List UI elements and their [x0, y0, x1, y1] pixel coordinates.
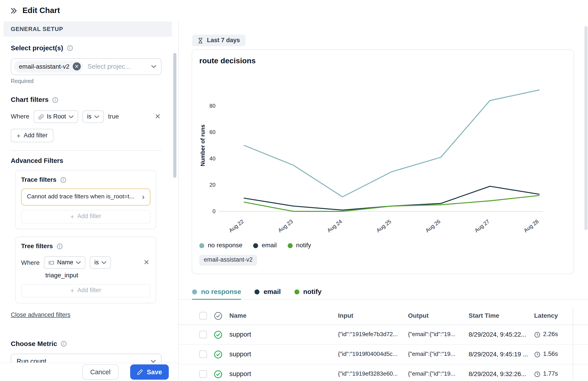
tree-add-filter-button[interactable]: + Add filter [21, 284, 150, 297]
filter-operator-dropdown[interactable]: is [83, 110, 104, 123]
save-button[interactable]: Save [130, 364, 169, 380]
tree-filters-card: Tree filters Where Name [15, 236, 156, 303]
add-filter-label: Add filter [24, 132, 48, 139]
advanced-filters-title: Advanced Filters [11, 157, 162, 165]
plus-icon: + [70, 213, 74, 220]
column-header-latency[interactable]: Latency [534, 312, 573, 320]
chart-preview-panel: Last 7 days route decisions 020406080Num… [179, 21, 588, 381]
tree-operator-value: is [94, 259, 99, 267]
clock-icon [534, 371, 540, 377]
svg-text:0: 0 [212, 209, 215, 214]
filter-operator-value: is [87, 113, 92, 121]
cancel-button[interactable]: Cancel [82, 364, 119, 380]
table-row[interactable]: support {"id":"1919efe7b3d72... {"email"… [179, 325, 588, 345]
legend-item[interactable]: no response [199, 242, 242, 250]
trace-filters-warning[interactable]: Cannot add trace filters when is_root=t.… [21, 189, 150, 206]
legend-item[interactable]: notify [288, 242, 311, 250]
row-checkbox[interactable] [199, 370, 207, 378]
legend-label: no response [208, 242, 242, 250]
sidebar-scrollbar[interactable] [173, 53, 176, 178]
clock-icon [534, 331, 540, 338]
svg-text:Aug 23: Aug 23 [277, 218, 294, 233]
column-divider [573, 325, 588, 344]
where-label: Where [11, 113, 29, 121]
svg-text:Aug 26: Aug 26 [424, 218, 442, 233]
svg-text:40: 40 [210, 155, 215, 162]
page-scrollbar[interactable] [584, 26, 588, 230]
chevron-down-icon [76, 261, 81, 264]
plus-icon: + [70, 287, 74, 294]
trace-add-filter-button[interactable]: + Add filter [21, 210, 150, 223]
metric-select[interactable]: Run count [11, 353, 162, 363]
tree-field-dropdown[interactable]: Name [44, 256, 85, 269]
info-icon[interactable] [67, 45, 73, 51]
tab-dot [254, 289, 259, 294]
choose-metric-label-row: Choose Metric [11, 340, 162, 348]
svg-text:80: 80 [210, 103, 215, 109]
project-select-placeholder: Select projec... [87, 62, 147, 70]
run-name[interactable]: support [229, 370, 338, 378]
tab-no-response[interactable]: no response [192, 285, 241, 300]
collapse-drawer-icon[interactable] [9, 7, 18, 15]
tree-operator-dropdown[interactable]: is [90, 256, 111, 269]
select-projects-label-row: Select project(s) [11, 44, 162, 53]
run-name[interactable]: support [229, 331, 338, 339]
remove-filter-icon[interactable]: ✕ [143, 259, 150, 266]
select-all-checkbox[interactable] [199, 312, 207, 319]
tree-filters-label-row: Tree filters [21, 242, 150, 250]
tree-filters-label: Tree filters [21, 242, 53, 250]
trace-filters-card: Trace filters Cannot add trace filters w… [15, 170, 156, 229]
chevron-down-icon [151, 65, 156, 68]
filter-field-dropdown[interactable]: Is Root [34, 110, 78, 123]
tab-email[interactable]: email [254, 285, 281, 299]
time-range-button[interactable]: Last 7 days [192, 35, 245, 46]
chart-filters-label-row: Chart filters [11, 96, 162, 104]
info-icon[interactable] [52, 97, 58, 103]
trace-add-filter-label: Add filter [77, 213, 101, 221]
tab-notify[interactable]: notify [294, 285, 322, 299]
runs-table: Name Input Output Start Time Latency sup… [179, 307, 588, 381]
info-icon[interactable] [61, 341, 67, 347]
svg-text:Aug 25: Aug 25 [375, 218, 393, 233]
chart-config-sidebar: GENERAL SETUP Select project(s) email-as… [0, 21, 178, 381]
legend-item[interactable]: email [253, 242, 277, 250]
filter-field-value: Is Root [47, 113, 66, 121]
row-checkbox[interactable] [199, 331, 207, 338]
table-row[interactable]: support {"id":"1919ef3283e60... {"email"… [179, 364, 588, 381]
run-input: {"id":"1919f04004d5c... [338, 351, 408, 358]
pencil-icon [137, 369, 143, 375]
svg-text:60: 60 [210, 129, 215, 135]
info-icon[interactable] [60, 177, 66, 183]
column-header-start-time[interactable]: Start Time [469, 312, 534, 320]
table-row[interactable]: support {"id":"1919f04004d5c... {"email"… [179, 345, 588, 364]
column-header-input[interactable]: Input [338, 312, 408, 320]
svg-text:Aug 28: Aug 28 [523, 218, 540, 233]
remove-project-icon[interactable]: ✕ [73, 63, 81, 71]
run-start-time: 8/29/2024, 9:32:26... [469, 370, 534, 378]
row-checkbox[interactable] [199, 350, 207, 358]
column-header-name[interactable]: Name [229, 312, 338, 320]
remove-filter-icon[interactable]: ✕ [154, 113, 162, 120]
route-decisions-line-chart[interactable]: 020406080Number of runsAug 22Aug 23Aug 2… [199, 72, 567, 241]
tab-label: notify [303, 288, 322, 296]
save-button-label: Save [147, 368, 162, 376]
plus-icon: + [17, 132, 21, 139]
chevron-right-icon: › [142, 193, 145, 201]
run-output: {"email":{"id":"19... [408, 331, 469, 338]
info-icon[interactable] [57, 243, 63, 249]
filter-value: true [108, 113, 119, 121]
run-name[interactable]: support [229, 350, 338, 358]
tree-add-filter-label: Add filter [77, 287, 101, 295]
add-filter-button[interactable]: + Add filter [11, 129, 53, 142]
trace-filters-warning-text: Cannot add trace filters when is_root=t.… [27, 193, 134, 201]
tab-dot [294, 289, 299, 294]
project-required-note: Required [11, 78, 162, 85]
run-output: {"email":{"id":"19... [408, 370, 469, 378]
link-icon [38, 114, 44, 120]
project-select[interactable]: email-assistant-v2 ✕ Select projec... [11, 58, 162, 75]
run-start-time: 8/29/2024, 9:45:19 ... [469, 350, 534, 358]
column-header-output[interactable]: Output [408, 312, 469, 320]
close-advanced-filters-link[interactable]: Close advanced filters [11, 311, 70, 319]
section-header: GENERAL SETUP [4, 21, 172, 37]
run-output: {"email":{"id":"19... [408, 351, 469, 358]
